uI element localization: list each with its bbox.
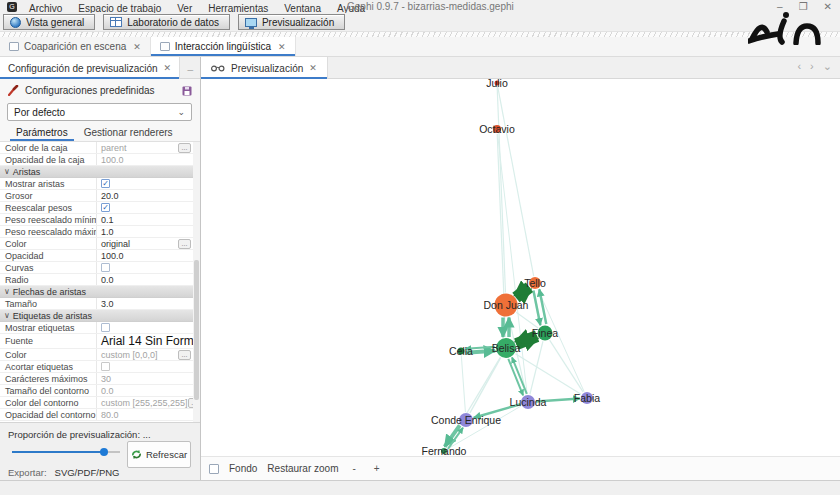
menu-herramientas[interactable]: Herramientas <box>200 3 276 14</box>
param-value[interactable]: 1.0 <box>96 226 194 237</box>
button-label: Previsualización <box>262 17 334 28</box>
ellipsis-button[interactable]: ... <box>178 239 191 249</box>
tab-preview[interactable]: Previsualización ✕ <box>201 57 328 79</box>
graph-edge-finea-lucinda <box>530 341 543 394</box>
param-value[interactable]: ✓ <box>96 202 194 213</box>
close-icon[interactable]: ✕ <box>278 42 286 52</box>
param-value[interactable]: 100.0 <box>96 154 194 165</box>
param-row-color-de-la-caja: Color de la cajaparent... <box>0 142 194 154</box>
param-value[interactable]: ✓ <box>96 178 194 189</box>
section-aristas[interactable]: ∨Aristas <box>0 166 194 178</box>
minimize-button[interactable]: – <box>777 0 783 13</box>
param-value-text: original <box>101 239 130 249</box>
presets-title: Configuraciones predefinidas <box>25 85 155 96</box>
refresh-button[interactable]: Refrescar <box>127 441 191 468</box>
close-icon[interactable]: ✕ <box>309 63 317 73</box>
param-value[interactable]: Arial 14 Sin Formato... <box>96 334 194 348</box>
tab-list-icon[interactable]: ⌄ <box>823 60 832 73</box>
param-row-radio: Radio0.0 <box>0 274 194 286</box>
glasses-icon <box>211 64 225 72</box>
param-value[interactable]: 100.0 <box>96 250 194 261</box>
preview-area: Previsualización ✕ ‹ › ⌄ <box>201 57 840 480</box>
param-label: Reescalar pesos <box>0 203 96 213</box>
graph-node-label: Conde Enrique <box>431 414 501 426</box>
main-toolbar: Vista generalLaboratorio de datosPrevisu… <box>0 13 840 31</box>
slider-thumb[interactable] <box>100 448 108 456</box>
param-value[interactable]: parent... <box>96 142 194 153</box>
checkbox[interactable] <box>101 263 110 272</box>
preview-ratio-slider[interactable] <box>12 448 120 456</box>
graph-node-label: Tello <box>524 277 546 289</box>
preview-settings-panel: Configuración de previsualización ✕ _ Co… <box>0 57 201 480</box>
parameters-scrollbar[interactable] <box>193 142 200 422</box>
param-value[interactable]: 0.0 <box>96 274 194 285</box>
param-label: Opacidad de la caja <box>0 155 96 165</box>
minimize-panel-button[interactable]: _ <box>187 60 193 71</box>
param-value[interactable]: 20.0 <box>96 190 194 201</box>
param-label: Grosor <box>0 191 96 201</box>
tab-preview-settings[interactable]: Configuración de previsualización ✕ <box>0 57 180 79</box>
param-value[interactable]: 80.0 <box>96 409 194 420</box>
ellipsis-button[interactable]: ... <box>178 143 191 153</box>
close-button[interactable]: ✕ <box>824 0 832 13</box>
param-row-reescalar-pesos: Reescalar pesos✓ <box>0 202 194 214</box>
param-value[interactable] <box>96 361 194 372</box>
button-label: Vista general <box>26 17 84 28</box>
close-icon[interactable]: ✕ <box>164 63 172 73</box>
subtab-gestionar-renderers[interactable]: Gestionar renderers <box>78 125 179 141</box>
previsualizacion-button[interactable]: Previsualización <box>238 14 345 30</box>
monitor-icon <box>245 18 257 27</box>
menu-ver[interactable]: Ver <box>169 3 200 14</box>
section-label: Etiquetas de aristas <box>13 311 92 321</box>
menu-espacio-de-trabajo[interactable]: Espacio de trabajo <box>70 3 169 14</box>
section-etiquetas-de-aristas[interactable]: ∨Etiquetas de aristas <box>0 310 194 322</box>
param-value-text: custom [0,0,0] <box>101 350 158 360</box>
background-checkbox[interactable] <box>209 464 219 474</box>
param-value[interactable]: 30 <box>96 373 194 384</box>
param-value[interactable]: custom [255,255,255]... <box>96 397 194 408</box>
param-value[interactable]: 0.0 <box>96 385 194 396</box>
zoom-in-button[interactable]: + <box>370 463 384 474</box>
workspace-tab-interaccion-linguistica[interactable]: Interacción lingüística✕ <box>151 37 296 56</box>
preview-canvas[interactable]: JulioOctavioTelloDon JuanFineaBelisaCeli… <box>201 79 840 456</box>
param-label: Mostrar etiquetas <box>0 323 96 333</box>
param-row-grosor: Grosor20.0 <box>0 190 194 202</box>
param-label: Acortar etiquetas <box>0 362 96 372</box>
globe-icon <box>10 17 21 28</box>
gephi-logo-icon: G <box>7 2 17 12</box>
menu-archivo[interactable]: Archivo <box>21 3 70 14</box>
param-value-text: custom [255,255,255] <box>101 398 188 408</box>
menu-ventana[interactable]: Ventana <box>276 3 329 14</box>
maximize-button[interactable]: ❐ <box>799 0 808 13</box>
close-icon[interactable]: ✕ <box>133 42 141 52</box>
param-value[interactable]: 0.1 <box>96 214 194 225</box>
param-row-color-del-contorno: Color del contornocustom [255,255,255]..… <box>0 397 194 409</box>
laboratorio-de-datos-button[interactable]: Laboratorio de datos <box>103 14 230 30</box>
zoom-out-button[interactable]: - <box>349 463 360 474</box>
export-formats-link[interactable]: SVG/PDF/PNG <box>55 467 120 478</box>
save-icon[interactable] <box>182 86 192 96</box>
chevron-down-icon: ⌄ <box>177 107 185 117</box>
ellipsis-button[interactable]: ... <box>178 350 191 360</box>
checkbox[interactable]: ✓ <box>101 179 110 188</box>
parameters-table: Color de la cajaparent...Opacidad de la … <box>0 142 194 422</box>
param-value[interactable]: original... <box>96 238 194 249</box>
preset-dropdown[interactable]: Por defecto ⌄ <box>7 103 192 121</box>
param-value[interactable] <box>96 322 194 333</box>
scroll-left-icon[interactable]: ‹ <box>797 60 801 73</box>
scroll-right-icon[interactable]: › <box>810 60 814 73</box>
checkbox[interactable]: ✓ <box>101 203 110 212</box>
param-label: Opacidad del contorno <box>0 410 96 420</box>
graph-svg[interactable]: JulioOctavioTelloDon JuanFineaBelisaCeli… <box>201 79 838 456</box>
section-flechas-de-aristas[interactable]: ∨Flechas de aristas <box>0 286 194 298</box>
subtab-parametros[interactable]: Parámetros <box>10 125 74 141</box>
param-value[interactable]: custom [0,0,0]... <box>96 349 194 360</box>
vista-general-button[interactable]: Vista general <box>3 14 95 30</box>
reset-zoom-button[interactable]: Restaurar zoom <box>267 463 338 474</box>
param-value[interactable] <box>96 262 194 273</box>
param-row-color: Colorcustom [0,0,0]... <box>0 349 194 361</box>
param-row-fuente: FuenteArial 14 Sin Formato... <box>0 334 194 349</box>
workspace-tab-coaparicion-en-escena[interactable]: Coaparición en escena✕ <box>0 37 151 56</box>
param-value[interactable]: 3.0 <box>96 298 194 309</box>
checkbox[interactable] <box>101 323 110 332</box>
